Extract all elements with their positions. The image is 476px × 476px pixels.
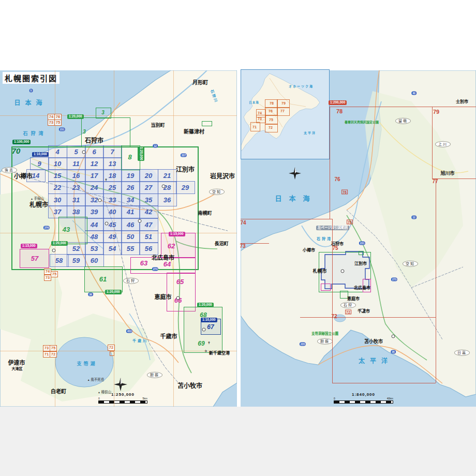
right-scale-end: 40km xyxy=(387,397,393,400)
map-title: 札幌圏索引図 xyxy=(3,72,60,84)
left-scale-start: 0 xyxy=(98,397,100,400)
right-scale-start: 0 xyxy=(334,397,335,400)
urban-tint xyxy=(60,169,158,231)
left-scalebar-rule xyxy=(98,400,147,404)
left-scale-ratio: 1:250,000 xyxy=(98,392,147,397)
right-scalebar: 1:840,000 040km xyxy=(334,392,393,404)
hokkaido-island xyxy=(241,73,320,151)
left-scalebar: 1:250,000 05km xyxy=(98,392,147,404)
right-scale-ratio: 1:840,000 xyxy=(334,392,393,397)
inset-base xyxy=(241,70,329,158)
left-scale-end: 5km xyxy=(143,397,147,400)
left-map-base xyxy=(0,70,237,407)
lake-shikotsu xyxy=(55,337,113,387)
lake-shikotsu-small xyxy=(334,315,346,322)
page-bottom-margin xyxy=(0,407,476,476)
sapporo-coverage-outline xyxy=(321,251,369,289)
panel-divider xyxy=(237,70,241,407)
hokkaido-inset-map xyxy=(241,69,330,159)
right-scalebar-rule xyxy=(334,400,393,404)
left-index-map-panel xyxy=(0,70,237,407)
